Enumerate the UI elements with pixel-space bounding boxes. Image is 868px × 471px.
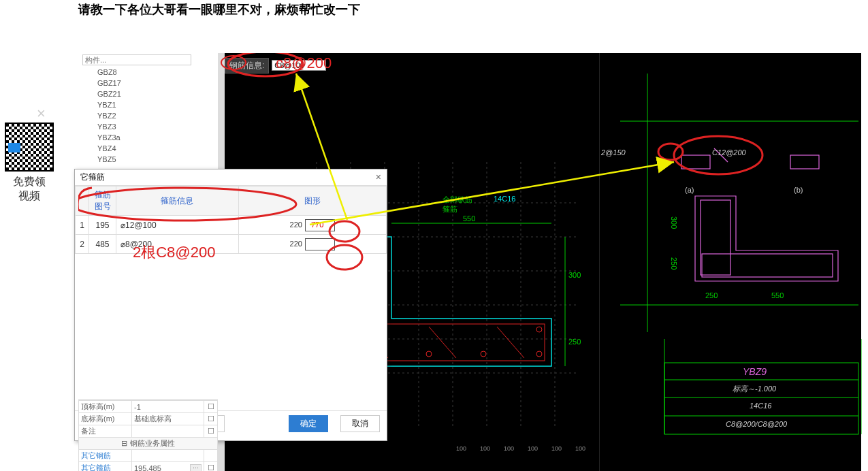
stirrup-table: 箍筋图号 箍筋信息 图形 1 195 ⌀12@100 220770 2 485 … xyxy=(75,186,387,254)
anno-b: (b) xyxy=(794,186,803,194)
cad-label-stirrup: 箍筋 xyxy=(443,204,457,214)
component-panel: GBZ8 GBZ17 GBZ21 YBZ1 YBZ2 YBZ3 YBZ3a YB… xyxy=(78,53,218,176)
screenshot-embed: GBZ8 GBZ17 GBZ21 YBZ1 YBZ2 YBZ3 YBZ3a YB… xyxy=(78,53,860,471)
anno-a: (a) xyxy=(685,186,694,194)
property-grid[interactable]: 顶标高(m)-1☐ 底标高(m)基础底标高☐ 备注☐ ⊟ 钢筋业务属性 其它钢筋… xyxy=(78,400,218,471)
cancel-button[interactable]: 取消 xyxy=(340,415,380,432)
qr-text-1: 免费领 xyxy=(0,175,58,189)
table-row[interactable]: 2 485 ⌀8@200 220 xyxy=(76,235,387,254)
close-icon[interactable]: × xyxy=(37,105,46,123)
cad-view-right[interactable]: 2@150 C12@200 (a) (b) 300 250 250 550 YB… xyxy=(599,53,861,471)
member-rebar: 14C16 xyxy=(750,402,771,410)
question-title: 请教一下各位大哥看一眼哪里不对，麻烦帮忙改一下 xyxy=(78,1,360,18)
col-no: 箍筋图号 xyxy=(89,186,116,216)
svg-point-24 xyxy=(426,351,432,357)
dim-550: 550 xyxy=(771,291,784,299)
dim-300: 300 xyxy=(670,216,678,229)
dim-250v: 250 xyxy=(670,257,678,270)
dim-550: 550 xyxy=(463,214,475,223)
svg-point-26 xyxy=(536,351,542,357)
ok-button[interactable]: 确定 xyxy=(289,415,328,432)
table-row[interactable]: 1 195 ⌀12@100 220770 xyxy=(76,216,387,235)
list-item[interactable]: GBZ8 xyxy=(78,67,218,78)
svg-rect-38 xyxy=(681,155,710,169)
dialog-close-icon[interactable]: × xyxy=(376,172,381,183)
list-item[interactable]: YBZ5 xyxy=(78,154,218,165)
ellipsis-button[interactable]: ⋯ xyxy=(190,464,202,472)
qr-text-2: 视频 xyxy=(0,189,58,204)
list-item[interactable]: YBZ2 xyxy=(78,110,218,121)
svg-line-18 xyxy=(429,327,456,358)
rebar-info-label: 钢筋信息: xyxy=(225,58,269,74)
svg-line-19 xyxy=(497,327,524,358)
svg-point-27 xyxy=(536,327,542,332)
component-list[interactable]: GBZ8 GBZ17 GBZ21 YBZ1 YBZ2 YBZ3 YBZ3a YB… xyxy=(78,67,218,165)
svg-point-25 xyxy=(481,351,486,357)
svg-rect-36 xyxy=(701,200,730,275)
dim-2at150: 2@150 xyxy=(601,148,626,157)
list-item[interactable]: YBZ1 xyxy=(78,99,218,110)
dim-250: 250 xyxy=(705,291,718,299)
list-item[interactable]: GBZ21 xyxy=(78,88,218,99)
component-search-input[interactable] xyxy=(82,54,191,65)
rebar-info-bar: 钢筋信息: xyxy=(225,59,326,72)
list-item[interactable]: YBZ3a xyxy=(78,132,218,143)
rebar-info-input[interactable] xyxy=(272,60,326,71)
member-name: YBZ9 xyxy=(743,366,767,377)
qr-panel: × 免费领 视频 xyxy=(0,110,58,204)
svg-rect-37 xyxy=(702,254,833,277)
list-item[interactable]: YBZ3 xyxy=(78,121,218,132)
cad-value-rebar: 14C16 xyxy=(494,195,515,203)
list-item[interactable]: YBZ4 xyxy=(78,143,218,154)
member-stirrup: C8@200/C8@200 xyxy=(726,420,787,428)
dim-250: 250 xyxy=(568,338,581,346)
dialog-title: 它箍筋 xyxy=(80,172,105,183)
qr-code xyxy=(5,123,54,172)
dim-300: 300 xyxy=(568,271,581,279)
cad-label-rebar: 全部纵筋 xyxy=(443,195,472,205)
col-info: 箍筋信息 xyxy=(116,186,239,216)
member-elev: 标高～-1.000 xyxy=(733,384,776,394)
list-item[interactable]: GBZ17 xyxy=(78,78,218,88)
svg-rect-39 xyxy=(790,155,819,169)
stirrup-c12: C12@200 xyxy=(712,148,746,157)
col-shape: 图形 xyxy=(238,186,386,216)
component-search-row xyxy=(78,53,218,67)
